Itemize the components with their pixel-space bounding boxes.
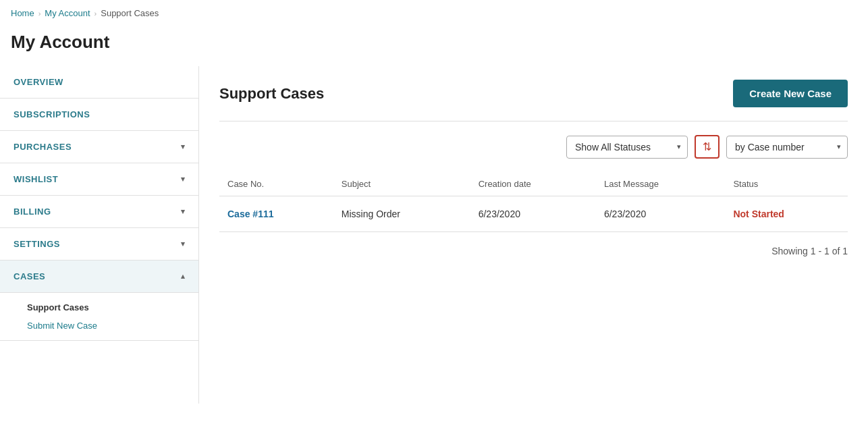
col-creation-date: Creation date bbox=[470, 172, 596, 196]
breadcrumb-home[interactable]: Home bbox=[11, 8, 34, 18]
section-title: Support Cases bbox=[219, 85, 324, 103]
sidebar-item-settings[interactable]: SETTINGS ▾ bbox=[0, 228, 198, 261]
status-filter-select[interactable]: Show All Statuses Not Started In Progres… bbox=[566, 136, 688, 159]
cell-last-message: 6/23/2020 bbox=[596, 196, 726, 232]
sidebar-item-purchases-label: PURCHASES bbox=[13, 142, 72, 152]
sidebar-item-cases[interactable]: CASES ▴ bbox=[0, 261, 198, 293]
breadcrumb-sep-2: › bbox=[94, 9, 97, 18]
col-subject: Subject bbox=[333, 172, 470, 196]
sidebar-item-subscriptions-label: SUBSCRIPTIONS bbox=[13, 109, 90, 119]
create-new-case-button[interactable]: Create New Case bbox=[733, 80, 848, 107]
sidebar: OVERVIEW SUBSCRIPTIONS PURCHASES ▾ WISHL… bbox=[0, 66, 199, 404]
sidebar-submit-new-case[interactable]: Submit New Case bbox=[13, 317, 198, 335]
page-title: My Account bbox=[0, 26, 868, 66]
cases-table: Case No. Subject Creation date Last Mess… bbox=[219, 172, 848, 232]
sidebar-item-settings-label: SETTINGS bbox=[13, 239, 60, 249]
main-content: Support Cases Create New Case Show All S… bbox=[199, 66, 868, 404]
sidebar-item-overview-label: OVERVIEW bbox=[13, 77, 63, 87]
sort-icon: ⇅ bbox=[703, 140, 711, 153]
cell-status: Not Started bbox=[725, 196, 848, 232]
chevron-down-icon: ▾ bbox=[181, 240, 186, 248]
table-row: Case #111 Missing Order 6/23/2020 6/23/2… bbox=[219, 196, 848, 232]
section-header: Support Cases Create New Case bbox=[219, 80, 848, 121]
chevron-down-icon: ▾ bbox=[181, 207, 186, 216]
sidebar-item-billing[interactable]: BILLING ▾ bbox=[0, 196, 198, 228]
chevron-down-icon: ▾ bbox=[181, 142, 186, 151]
cell-case-no[interactable]: Case #111 bbox=[219, 196, 333, 232]
breadcrumb-sep-1: › bbox=[38, 9, 41, 18]
table-header-row: Case No. Subject Creation date Last Mess… bbox=[219, 172, 848, 196]
filters-row: Show All Statuses Not Started In Progres… bbox=[219, 135, 848, 159]
sidebar-item-purchases[interactable]: PURCHASES ▾ bbox=[0, 131, 198, 163]
sidebar-item-billing-label: BILLING bbox=[13, 207, 51, 217]
breadcrumb-my-account[interactable]: My Account bbox=[45, 8, 90, 18]
status-badge: Not Started bbox=[733, 209, 784, 219]
sidebar-item-wishlist[interactable]: WISHLIST ▾ bbox=[0, 163, 198, 196]
col-last-message: Last Message bbox=[596, 172, 726, 196]
pagination-info: Showing 1 - 1 of 1 bbox=[219, 246, 848, 256]
col-case-no: Case No. bbox=[219, 172, 333, 196]
chevron-up-icon: ▴ bbox=[181, 272, 186, 281]
status-filter-wrapper: Show All Statuses Not Started In Progres… bbox=[566, 136, 688, 159]
sidebar-item-wishlist-label: WISHLIST bbox=[13, 174, 58, 184]
cell-subject: Missing Order bbox=[333, 196, 470, 232]
cell-creation-date: 6/23/2020 bbox=[470, 196, 596, 232]
case-link[interactable]: Case #111 bbox=[227, 209, 274, 219]
sidebar-item-subscriptions[interactable]: SUBSCRIPTIONS bbox=[0, 99, 198, 131]
sort-toggle-button[interactable]: ⇅ bbox=[695, 135, 720, 159]
sidebar-item-overview[interactable]: OVERVIEW bbox=[0, 66, 198, 99]
layout: OVERVIEW SUBSCRIPTIONS PURCHASES ▾ WISHL… bbox=[0, 66, 868, 404]
sidebar-item-cases-label: CASES bbox=[13, 271, 45, 281]
sort-filter-wrapper: by Case number by Creation date by Last … bbox=[726, 136, 848, 159]
sort-filter-select[interactable]: by Case number by Creation date by Last … bbox=[726, 136, 848, 159]
breadcrumb: Home › My Account › Support Cases bbox=[0, 0, 868, 26]
col-status: Status bbox=[725, 172, 848, 196]
breadcrumb-current: Support Cases bbox=[101, 8, 159, 18]
chevron-down-icon: ▾ bbox=[181, 175, 186, 184]
sidebar-support-cases[interactable]: Support Cases bbox=[13, 298, 198, 317]
sidebar-cases-submenu: Support Cases Submit New Case bbox=[0, 293, 198, 341]
